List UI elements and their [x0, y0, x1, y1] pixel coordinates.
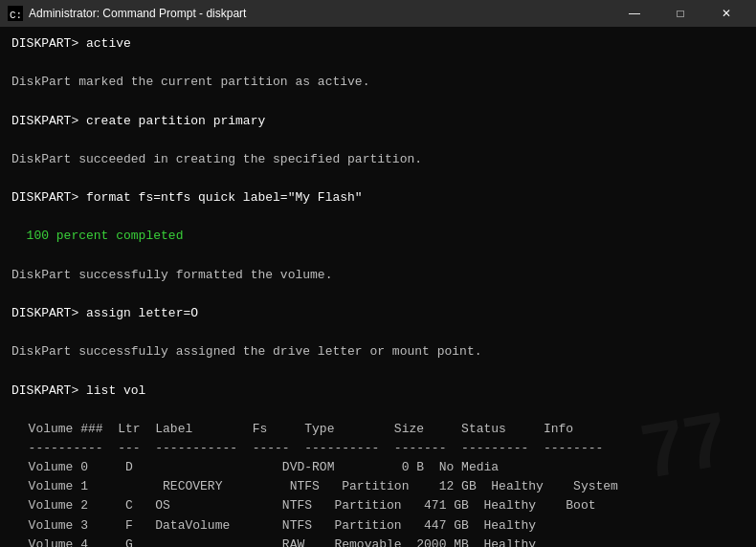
terminal-line: [11, 323, 745, 342]
table-row: Volume 3 F DataVolume NTFS Partition 447…: [13, 516, 745, 536]
terminal-line: DiskPart succeeded in creating the speci…: [11, 150, 745, 169]
terminal-line: DISKPART> create partition primary: [11, 112, 745, 131]
terminal-line: DISKPART> assign letter=O: [11, 304, 745, 323]
terminal-line: [11, 285, 745, 304]
titlebar-left: C: Administrator: Command Prompt - diskp…: [8, 6, 246, 21]
terminal-window[interactable]: 77 DISKPART> active DiskPart marked the …: [0, 27, 756, 547]
volume-table: Volume ### Ltr Label Fs Type Size Status…: [13, 420, 745, 547]
table-row: Volume 0 D DVD-ROM 0 B No Media: [13, 458, 745, 477]
titlebar-controls: — □ ✕: [612, 0, 748, 27]
maximize-button[interactable]: □: [658, 0, 702, 27]
terminal-line: [11, 247, 745, 266]
terminal-line: [11, 361, 745, 381]
terminal-line: DiskPart successfully assigned the drive…: [11, 342, 745, 361]
terminal-line: [11, 401, 745, 420]
terminal-line: [11, 131, 745, 150]
terminal-line: DISKPART> format fs=ntfs quick label="My…: [11, 188, 745, 208]
table-header: Volume ### Ltr Label Fs Type Size Status…: [13, 420, 745, 439]
table-row: Volume 4 G RAW Removable 2000 MB Healthy: [13, 536, 745, 547]
terminal-line: DiskPart successfully formatted the volu…: [11, 266, 745, 285]
table-separator: ---------- --- ----------- ----- -------…: [13, 439, 745, 458]
table-row: Volume 2 C OS NTFS Partition 471 GB Heal…: [13, 496, 745, 515]
minimize-button[interactable]: —: [612, 0, 656, 27]
terminal-line: [11, 92, 745, 111]
terminal-line: DISKPART> active: [11, 34, 745, 54]
cmd-icon: C:: [8, 6, 23, 21]
titlebar: C: Administrator: Command Prompt - diskp…: [0, 0, 756, 27]
table-row: Volume 1 RECOVERY NTFS Partition 12 GB H…: [13, 477, 745, 496]
terminal-line: DISKPART> list vol: [11, 382, 745, 401]
titlebar-title: Administrator: Command Prompt - diskpart: [29, 7, 246, 20]
terminal-line: DiskPart marked the current partition as…: [11, 73, 745, 92]
svg-text:C:: C:: [10, 10, 22, 21]
terminal-line: [11, 169, 745, 188]
close-button[interactable]: ✕: [704, 0, 748, 27]
terminal-line: [11, 54, 745, 73]
terminal-line: [11, 208, 745, 227]
terminal-line: 100 percent completed: [11, 227, 745, 246]
